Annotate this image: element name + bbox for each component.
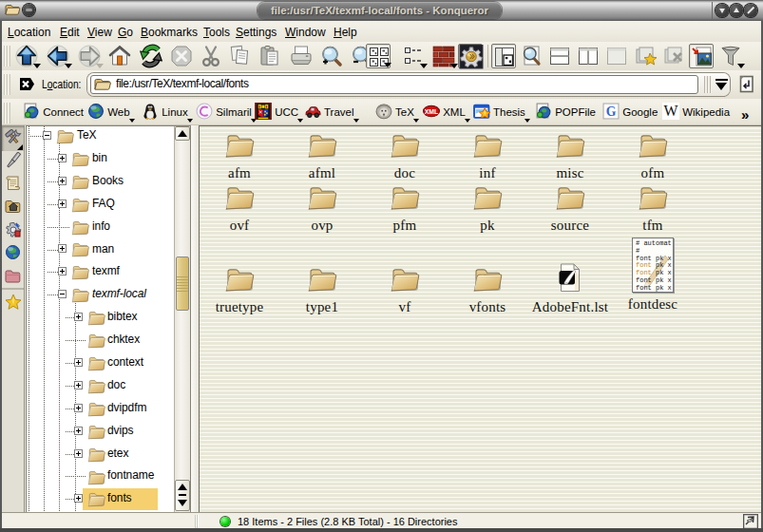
svg-text:W: W — [664, 103, 678, 119]
svg-text:XML: XML — [425, 108, 439, 115]
svg-text:G: G — [606, 104, 617, 119]
